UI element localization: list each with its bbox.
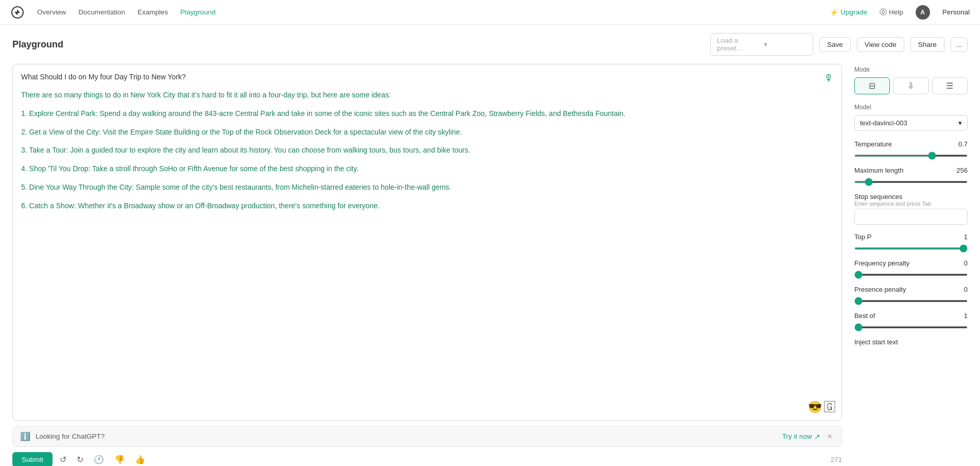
complete-icon: ⊟ [869,81,875,91]
max-length-slider[interactable] [854,181,968,183]
temperature-value: 0.7 [958,140,968,148]
preset-select[interactable]: Load a preset... ▾ [710,33,813,56]
response-line-2: 2. Get a View of the City: Visit the Emp… [21,126,833,139]
char-count: 271 [831,456,842,463]
top-p-section: Top P 1 [854,233,968,251]
personal-label: Personal [942,8,970,16]
playground-box: What Should I do on My four Day Trip to … [12,64,842,421]
top-p-label: Top P [854,233,871,241]
presence-penalty-label: Presence penalty [854,286,906,293]
emoji-g2: 🇬 [824,401,835,414]
inject-start-text-label: Inject start text [854,338,968,346]
best-of-slider[interactable] [854,326,968,328]
prompt-text[interactable]: What Should I do on My four Day Trip to … [21,73,833,81]
best-of-label: Best of [854,312,875,320]
openai-logo[interactable] [10,5,25,20]
frequency-penalty-slider[interactable] [854,274,968,276]
frequency-penalty-value: 0 [964,259,968,267]
response-line-0: There are so many things to do in New Yo… [21,89,833,102]
banner-close-button[interactable]: × [826,432,834,441]
emoji-sunglasses: 😎 [808,401,822,414]
model-chevron-icon: ▾ [958,119,962,127]
top-p-slider[interactable] [854,247,968,249]
redo-button[interactable]: ↻ [74,453,87,466]
mode-complete-button[interactable]: ⊟ [854,77,890,94]
best-of-section: Best of 1 [854,312,968,330]
submit-button[interactable]: Submit [12,452,53,466]
stop-sequences-hint: Enter sequence and press Tab [854,201,968,207]
stop-sequences-section: Stop sequences Enter sequence and press … [854,193,968,225]
edit-icon: ☰ [946,81,953,91]
max-length-label: Maximum length [854,167,903,174]
model-section-label: Model [854,104,968,111]
mode-label: Mode [854,66,968,73]
temperature-section: Temperature 0.7 [854,140,968,158]
navbar: Overview Documentation Examples Playgrou… [0,0,980,25]
top-p-value: 1 [964,233,968,241]
presence-penalty-value: 0 [964,286,968,293]
undo-button[interactable]: ↺ [57,453,70,466]
presence-penalty-section: Presence penalty 0 [854,286,968,304]
banner-text: Looking for ChatGPT? [36,432,777,440]
response-line-1: 1. Explore Central Park: Spend a day wal… [21,108,833,120]
nav-examples[interactable]: Examples [137,8,168,16]
temperature-label: Temperature [854,140,892,148]
share-button[interactable]: Share [910,37,944,52]
response-line-6: 6. Catch a Show: Whether it's a Broadway… [21,200,833,212]
view-code-button[interactable]: View code [857,37,904,52]
model-select[interactable]: text-davinci-003 ▾ [854,115,968,131]
response-line-3: 3. Take a Tour: Join a guided tour to ex… [21,144,833,157]
response-line-5: 5. Dine Your Way Through the City: Sampl… [21,181,833,194]
help-button[interactable]: ⓪ Help [880,8,903,17]
upgrade-button[interactable]: ⚡ Upgrade [830,8,867,16]
frequency-penalty-label: Frequency penalty [854,259,909,267]
avatar[interactable]: A [916,5,930,20]
mode-edit-button[interactable]: ☰ [932,77,968,94]
right-panel: Mode ⊟ ⇩ ☰ Model text-davinci-003 ▾ Temp… [854,64,968,466]
chevron-down-icon: ▾ [764,40,806,48]
info-icon: ℹ️ [20,431,30,441]
external-link-icon: ↗ [814,432,820,441]
playground-area: What Should I do on My four Day Trip to … [12,64,854,466]
nav-overview[interactable]: Overview [37,8,66,16]
stop-sequences-input[interactable] [854,209,968,225]
max-length-section: Maximum length 256 [854,167,968,185]
nav-documentation[interactable]: Documentation [78,8,125,16]
history-button[interactable]: 🕐 [91,453,107,466]
response-line-4: 4. Shop 'Til You Drop: Take a stroll thr… [21,163,833,175]
main-content: What Should I do on My four Day Trip to … [0,64,980,466]
page-header: Playground Load a preset... ▾ Save View … [0,25,980,64]
more-button[interactable]: ... [951,37,968,52]
help-icon: ⓪ [880,8,887,17]
mode-insert-button[interactable]: ⇩ [893,77,929,94]
insert-icon: ⇩ [907,81,914,91]
presence-penalty-slider[interactable] [854,300,968,302]
upgrade-icon: ⚡ [830,8,838,16]
playground-content: What Should I do on My four Day Trip to … [21,73,833,412]
best-of-value: 1 [964,312,968,320]
chatgpt-banner: ℹ️ Looking for ChatGPT? Try it now ↗ × [12,426,842,447]
max-length-value: 256 [956,167,968,174]
save-button[interactable]: Save [819,37,851,52]
page-title: Playground [12,39,704,50]
stop-sequences-label: Stop sequences [854,193,968,201]
frequency-penalty-section: Frequency penalty 0 [854,259,968,277]
temperature-slider[interactable] [854,155,968,157]
try-it-now-link[interactable]: Try it now ↗ [782,432,820,441]
bottom-toolbar: Submit ↺ ↻ 🕐 👎 👍 271 [12,447,842,466]
thumbs-up-button[interactable]: 👍 [132,453,148,466]
thumbs-down-button[interactable]: 👎 [111,453,128,466]
emoji-row: 😎 🇬 [808,401,835,414]
mode-buttons: ⊟ ⇩ ☰ [854,77,968,94]
mic-icon[interactable]: 🎙 [824,73,833,84]
nav-playground[interactable]: Playground [180,8,215,16]
response-text: There are so many things to do in New Yo… [21,89,833,212]
